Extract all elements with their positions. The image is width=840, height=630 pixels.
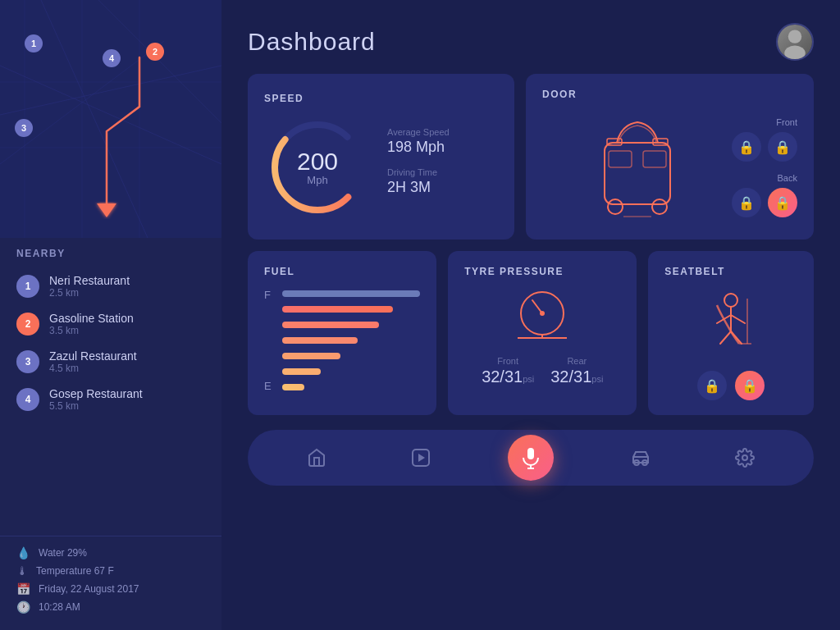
avg-speed-value: 198 Mph xyxy=(387,139,498,156)
svg-line-32 xyxy=(731,315,745,323)
nearby-name-1: Neri Restaurant xyxy=(49,274,130,287)
svg-rect-15 xyxy=(605,143,670,204)
nearby-item-3[interactable]: 3 Zazul Restaurant 4.5 km xyxy=(16,343,205,381)
nearby-list: 1 Neri Restaurant 2.5 km 2 Gasoline Stat… xyxy=(16,267,205,418)
nearby-dist-1: 2.5 km xyxy=(49,287,130,299)
speed-unit: Mph xyxy=(297,174,338,186)
avg-speed-label: Average Speed xyxy=(387,127,498,137)
svg-point-29 xyxy=(724,294,737,307)
nav-mic[interactable] xyxy=(508,435,554,481)
tyre-front-reading: Front 32/31psi xyxy=(482,356,534,386)
door-back-label: Back xyxy=(778,173,797,183)
avatar-image xyxy=(778,25,812,59)
speed-card-title: SPEED xyxy=(264,93,498,104)
page-title: Dashboard xyxy=(248,28,376,56)
speedometer: 200 Mph xyxy=(264,114,371,221)
seatbelt-unlock-btn[interactable]: 🔒 xyxy=(735,371,765,400)
avatar[interactable] xyxy=(776,23,814,61)
tyre-inner: Front 32/31psi Rear 32/31psi xyxy=(464,287,620,386)
temperature-icon: 🌡 xyxy=(16,564,28,578)
date-status: 📅 Friday, 22 August 2017 xyxy=(16,582,205,596)
nearby-badge-4: 4 xyxy=(16,388,39,411)
tyre-card-title: TYRE PRESSURE xyxy=(464,266,620,277)
nearby-item-1[interactable]: 1 Neri Restaurant 2.5 km xyxy=(16,267,205,305)
nav-home[interactable] xyxy=(299,440,335,476)
nearby-name-4: Gosep Restaurant xyxy=(49,387,143,400)
tyre-card: TYRE PRESSURE xyxy=(448,251,637,415)
svg-point-20 xyxy=(608,199,623,214)
tyre-gauge-icon xyxy=(509,287,575,348)
fuel-bar-6 xyxy=(282,384,304,390)
tyre-rear-reading: Rear 32/31psi xyxy=(550,356,603,386)
nearby-name-3: Zazul Restaurant xyxy=(49,349,137,363)
fuel-bars xyxy=(282,287,420,394)
driving-time-value: 2H 3M xyxy=(387,179,498,196)
svg-point-12 xyxy=(784,46,806,61)
svg-marker-38 xyxy=(418,454,425,462)
water-icon: 💧 xyxy=(16,546,30,559)
svg-rect-17 xyxy=(643,151,666,167)
svg-point-21 xyxy=(652,199,667,214)
calendar-icon: 📅 xyxy=(16,582,30,596)
nearby-item-2[interactable]: 2 Gasoline Station 3.5 km xyxy=(16,305,205,343)
door-card-title: DOOR xyxy=(542,89,797,100)
svg-line-2 xyxy=(41,0,148,238)
door-back-left-btn[interactable]: 🔒 xyxy=(732,188,761,217)
top-bar: Dashboard xyxy=(221,0,840,74)
nav-car[interactable] xyxy=(623,440,659,476)
nearby-dist-3: 4.5 km xyxy=(49,363,137,374)
fuel-bar-1 xyxy=(282,306,393,313)
door-card: DOOR xyxy=(526,74,814,240)
fuel-label-empty: E xyxy=(264,380,272,392)
door-back-buttons: 🔒 🔒 xyxy=(732,188,797,217)
water-status: 💧 Water 29% xyxy=(16,546,205,559)
driving-time-label: Driving Time xyxy=(387,167,498,177)
door-layout: Front 🔒 🔒 Back 🔒 🔒 xyxy=(542,110,797,225)
nav-play[interactable] xyxy=(403,440,439,476)
fuel-label-full: F xyxy=(264,289,271,301)
sidebar: 1 2 3 4 NEARBY 1 Neri Restaurant 2.5 km … xyxy=(0,0,221,630)
seatbelt-card: SEATBELT xyxy=(648,251,814,415)
seatbelt-lock-btn[interactable]: 🔒 xyxy=(697,371,727,400)
fuel-bar-0 xyxy=(282,290,420,297)
fuel-card: FUEL F E xyxy=(248,251,436,415)
door-back-row: Back 🔒 🔒 xyxy=(732,173,797,217)
seatbelt-icon xyxy=(702,290,760,359)
cards-row-2: FUEL F E TYRE PRESSURE xyxy=(221,251,840,427)
speed-stats: Average Speed 198 Mph Driving Time 2H 3M xyxy=(387,127,498,208)
door-front-label: Front xyxy=(776,117,797,127)
nearby-dist-4: 5.5 km xyxy=(49,400,143,412)
map-dot-3[interactable]: 3 xyxy=(15,119,33,137)
map-dot-4[interactable]: 4 xyxy=(103,49,121,67)
door-controls: Front 🔒 🔒 Back 🔒 🔒 xyxy=(732,117,797,217)
map-dot-2[interactable]: 2 xyxy=(146,43,164,61)
svg-point-11 xyxy=(788,30,801,43)
tyre-rear-label: Rear xyxy=(550,356,603,366)
door-front-right-btn[interactable]: 🔒 xyxy=(768,132,797,162)
tyre-front-label: Front xyxy=(482,356,534,366)
tyre-readings: Front 32/31psi Rear 32/31psi xyxy=(464,356,620,386)
seatbelt-inner: 🔒 🔒 xyxy=(664,287,797,400)
map-area: 1 2 3 4 xyxy=(0,0,221,238)
cards-row-1: SPEED xyxy=(221,74,840,251)
fuel-card-title: FUEL xyxy=(264,266,420,277)
door-back-right-btn[interactable]: 🔒 xyxy=(768,188,797,217)
nearby-badge-3: 3 xyxy=(16,350,39,373)
fuel-bar-3 xyxy=(282,337,358,344)
map-dot-1[interactable]: 1 xyxy=(25,34,43,52)
seatbelt-buttons: 🔒 🔒 xyxy=(697,371,765,400)
nav-settings[interactable] xyxy=(727,440,763,476)
svg-rect-16 xyxy=(609,151,632,167)
svg-point-45 xyxy=(742,455,747,460)
door-front-left-btn[interactable]: 🔒 xyxy=(732,132,761,162)
car-icon-container xyxy=(542,110,732,225)
door-front-row: Front 🔒 🔒 xyxy=(732,117,797,162)
tyre-rear-unit: psi xyxy=(591,374,603,384)
time-status: 🕐 10:28 AM xyxy=(16,600,205,614)
nearby-item-4[interactable]: 4 Gosep Restaurant 5.5 km xyxy=(16,381,205,418)
nearby-title: NEARBY xyxy=(16,248,205,259)
fuel-bar-5 xyxy=(282,368,321,375)
svg-rect-39 xyxy=(527,448,534,459)
nearby-section: NEARBY 1 Neri Restaurant 2.5 km 2 Gasoli… xyxy=(0,238,221,536)
bottom-nav xyxy=(248,430,814,486)
